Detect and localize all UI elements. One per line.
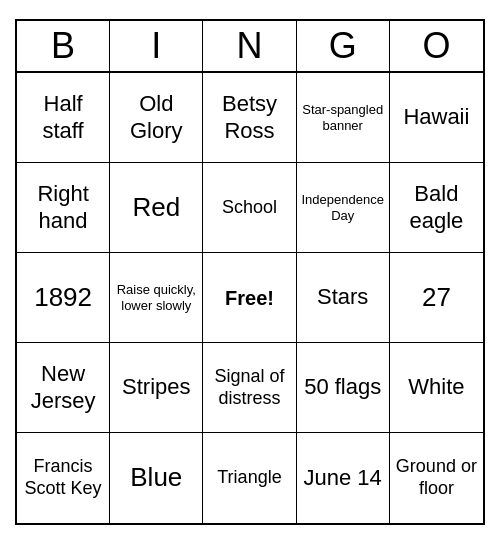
bingo-cell-22: Triangle — [203, 433, 296, 523]
header-letter-g: G — [297, 21, 390, 71]
header-letter-o: O — [390, 21, 483, 71]
bingo-cell-16: Stripes — [110, 343, 203, 433]
bingo-grid: Half staffOld GloryBetsy RossStar-spangl… — [17, 73, 483, 523]
bingo-cell-21: Blue — [110, 433, 203, 523]
bingo-cell-13: Stars — [297, 253, 390, 343]
header-letter-i: I — [110, 21, 203, 71]
bingo-cell-19: White — [390, 343, 483, 433]
bingo-cell-9: Bald eagle — [390, 163, 483, 253]
bingo-cell-11: Raise quickly, lower slowly — [110, 253, 203, 343]
bingo-header: BINGO — [17, 21, 483, 73]
bingo-cell-0: Half staff — [17, 73, 110, 163]
bingo-cell-14: 27 — [390, 253, 483, 343]
bingo-cell-23: June 14 — [297, 433, 390, 523]
bingo-cell-18: 50 flags — [297, 343, 390, 433]
bingo-cell-6: Red — [110, 163, 203, 253]
header-letter-n: N — [203, 21, 296, 71]
bingo-cell-15: New Jersey — [17, 343, 110, 433]
bingo-cell-24: Ground or floor — [390, 433, 483, 523]
bingo-cell-17: Signal of distress — [203, 343, 296, 433]
bingo-cell-20: Francis Scott Key — [17, 433, 110, 523]
bingo-card: BINGO Half staffOld GloryBetsy RossStar-… — [15, 19, 485, 525]
bingo-cell-12: Free! — [203, 253, 296, 343]
bingo-cell-1: Old Glory — [110, 73, 203, 163]
header-letter-b: B — [17, 21, 110, 71]
bingo-cell-10: 1892 — [17, 253, 110, 343]
bingo-cell-2: Betsy Ross — [203, 73, 296, 163]
bingo-cell-7: School — [203, 163, 296, 253]
bingo-cell-4: Hawaii — [390, 73, 483, 163]
bingo-cell-8: Independence Day — [297, 163, 390, 253]
bingo-cell-5: Right hand — [17, 163, 110, 253]
bingo-cell-3: Star-spangled banner — [297, 73, 390, 163]
